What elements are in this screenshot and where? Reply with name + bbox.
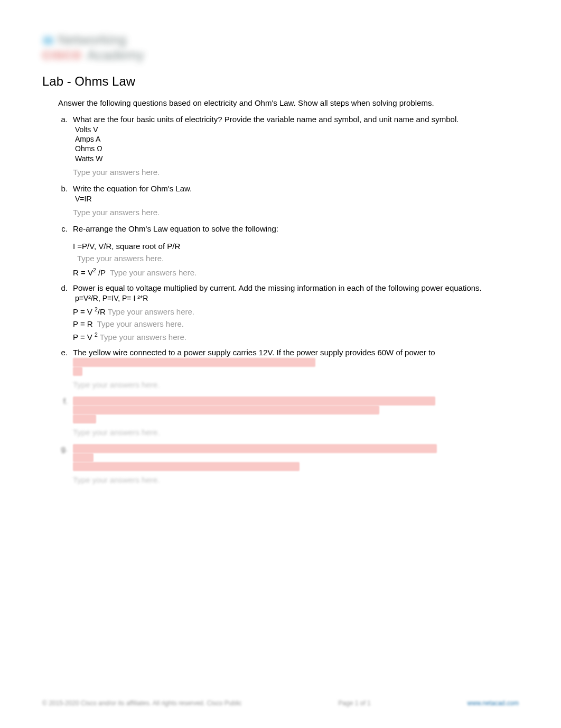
answer-line: Ohms Ω [75, 144, 519, 153]
question-g: g. A wire from the power supply is carry… [58, 444, 519, 489]
answer-placeholder[interactable]: Type your answers here. [73, 208, 519, 217]
sub-r-line: R = V2 /P Type your answers here. [73, 267, 519, 277]
question-letter: d. [58, 283, 73, 345]
answer-placeholder[interactable]: Type your answers here. [100, 333, 186, 342]
power-eq-3: P = V 2 Type your answers here. [73, 331, 519, 342]
question-e: e. The yellow wire connected to a power … [58, 348, 519, 393]
question-f: f. There are 12V required to push curren… [58, 397, 519, 441]
redacted-content: There are 12V required to push current t… [73, 397, 519, 406]
footer-link[interactable]: www.netacad.com [467, 699, 519, 707]
sub-i-line: I =P/V, V/R, square root of P/R [73, 242, 519, 251]
redacted-content: would [73, 453, 519, 462]
question-d: d. Power is equal to voltage multiplied … [58, 283, 519, 345]
eq-prefix: P = V [73, 333, 95, 342]
question-text: Power is equal to voltage multiplied by … [73, 283, 519, 292]
logo-word-networking: Networking [58, 32, 126, 48]
answer-line: Amps A [75, 134, 519, 144]
answer-placeholder[interactable]: Type your answers here. [97, 319, 184, 328]
redacted-content: 5A [73, 367, 519, 376]
question-c: c. Re-arrange the Ohm's Law equation to … [58, 224, 519, 280]
page-title: Lab - Ohms Law [42, 74, 519, 89]
sub-r-prefix: R = V [73, 268, 93, 277]
redacted-content: you need to find out how much watt of th… [73, 462, 519, 471]
redacted-content: A wire from the power supply is carrying… [73, 444, 519, 453]
answer-placeholder[interactable]: Type your answers here. [73, 380, 519, 389]
answer-line: Volts V [75, 125, 519, 134]
footer-page-number: Page 1 of 1 [338, 699, 370, 707]
eq-prefix: P = V [73, 307, 95, 316]
question-letter: c. [58, 224, 73, 280]
question-text: What are the four basic units of electri… [73, 115, 519, 124]
redacted-content: to find out how much current is in the c… [73, 406, 519, 414]
question-a: a. What are the four basic units of elec… [58, 115, 519, 181]
answer-placeholder[interactable]: Type your answers here. [77, 254, 519, 263]
answer-placeholder[interactable]: Type your answers here. [110, 268, 197, 277]
answer-line: V=IR [75, 194, 519, 204]
logo-word-academy: Academy [87, 47, 144, 63]
cisco-bars-icon: ılıılı [42, 33, 52, 48]
question-letter: g. [58, 444, 73, 489]
power-eq-2: P = R Type your answers here. [73, 319, 519, 328]
page-footer: © 2015-2020 Cisco and/or its affiliates.… [42, 699, 519, 707]
redacted-content: I=4.2A [73, 414, 519, 423]
answer-placeholder[interactable]: Type your answers here. [108, 307, 194, 316]
question-letter: a. [58, 115, 73, 181]
question-letter: b. [58, 184, 73, 221]
superscript-2: 2 [95, 331, 98, 338]
logo-brand-word: CISCO [42, 49, 82, 62]
question-b: b. Write the equation for Ohm's Law. V=I… [58, 184, 519, 221]
answer-line: Watts W [75, 154, 519, 163]
power-eq-1: P = V 2/R Type your answers here. [73, 306, 519, 316]
question-letter: e. [58, 348, 73, 393]
question-text: The yellow wire connected to a power sup… [73, 348, 519, 357]
eq-prefix: P = R [73, 319, 93, 328]
question-text: Re-arrange the Ohm's Law equation to sol… [73, 224, 519, 233]
answer-line: p=V²/R, P=IV, P= I ²*R [75, 293, 519, 303]
answer-placeholder[interactable]: Type your answers here. [73, 428, 519, 437]
question-text: Write the equation for Ohm's Law. [73, 184, 519, 193]
answer-placeholder[interactable]: Type your answers here. [73, 168, 519, 177]
sub-i-value: I =P/V, V/R, square root of P/R [73, 242, 180, 251]
eq-mid: /R [98, 307, 106, 316]
redacted-content: the yellow wire how much current is pass… [73, 358, 519, 367]
intro-text: Answer the following questions based on … [58, 98, 519, 107]
answer-placeholder[interactable]: Type your answers here. [73, 475, 519, 484]
question-letter: f. [58, 397, 73, 441]
footer-copyright: © 2015-2020 Cisco and/or its affiliates.… [42, 699, 241, 707]
sub-r-suffix: /P [96, 268, 106, 277]
logo: ılıılı Networking CISCO Academy [42, 32, 201, 63]
